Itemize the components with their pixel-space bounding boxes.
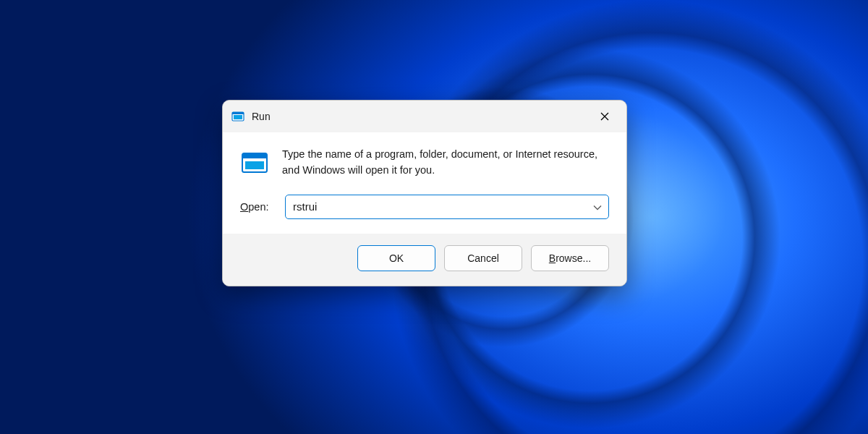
close-button[interactable]	[589, 103, 621, 129]
dialog-body: Type the name of a program, folder, docu…	[223, 132, 626, 234]
cancel-button[interactable]: Cancel	[444, 245, 522, 271]
run-dialog: Run Type the name of a program, folder, …	[222, 100, 627, 286]
run-app-icon	[240, 148, 269, 177]
svg-rect-6	[242, 153, 267, 158]
open-label: Open:	[240, 201, 275, 213]
open-input[interactable]	[285, 195, 609, 219]
dialog-description: Type the name of a program, folder, docu…	[282, 147, 609, 179]
svg-rect-1	[234, 115, 242, 119]
open-combobox[interactable]	[285, 195, 609, 219]
close-icon	[600, 112, 609, 121]
ok-button[interactable]: OK	[357, 245, 435, 271]
titlebar[interactable]: Run	[223, 101, 626, 132]
dialog-title: Run	[252, 111, 589, 122]
svg-rect-2	[232, 112, 244, 114]
browse-button[interactable]: Browse...	[531, 245, 609, 271]
run-titlebar-icon	[231, 110, 244, 123]
svg-rect-7	[245, 161, 264, 169]
button-bar: OK Cancel Browse...	[223, 234, 626, 286]
